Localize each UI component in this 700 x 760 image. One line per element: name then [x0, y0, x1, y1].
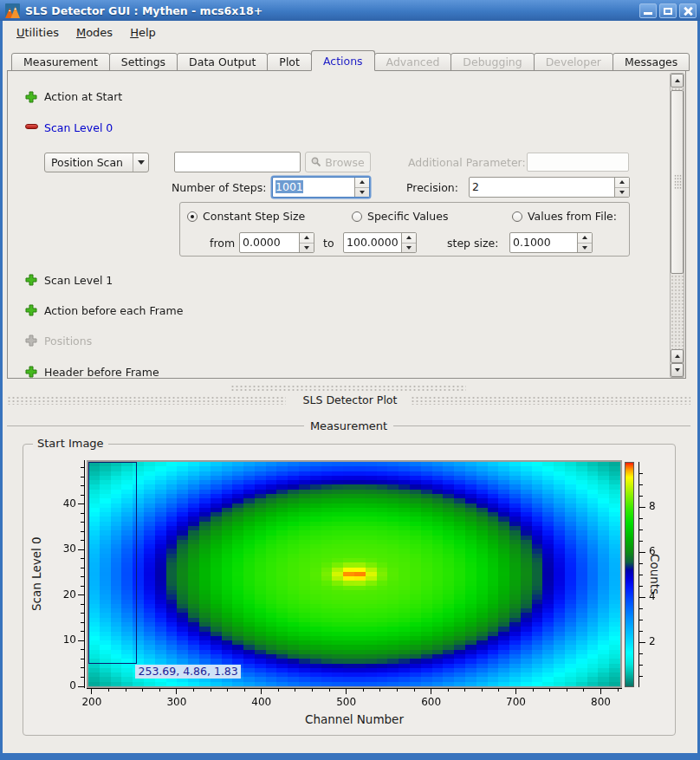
header-before-frame-label[interactable]: Header before Frame [44, 366, 159, 379]
combo-arrow [133, 153, 148, 172]
plus-icon [25, 91, 37, 103]
group-line [7, 425, 304, 426]
heatmap-canvas[interactable] [88, 462, 620, 686]
expand-action-before-frame-button[interactable] [25, 304, 37, 319]
maximize-icon [664, 8, 672, 15]
measurement-group-header: Measurement [7, 419, 690, 432]
additional-parameter-input [527, 153, 629, 172]
menu-help[interactable]: Help [122, 23, 164, 42]
scan-level-1-label[interactable]: Scan Level 1 [44, 274, 113, 287]
arrow-up-icon [406, 236, 412, 239]
scrollbar-thumb[interactable] [671, 90, 684, 274]
tab-messages[interactable]: Messages [612, 53, 690, 71]
scan-mode-value: Position Scan [45, 156, 133, 169]
scroll-up-button-bottom[interactable] [671, 349, 684, 363]
expand-scan-level-1-button[interactable] [25, 274, 37, 289]
spin-down-button[interactable] [615, 188, 629, 198]
arrow-down-icon [360, 191, 365, 194]
radio-values-from-file[interactable]: Values from File: [512, 210, 617, 223]
spin-buttons [354, 178, 369, 197]
number-of-steps-spinbox[interactable]: 1001 [272, 177, 370, 198]
arrow-down-icon [675, 368, 680, 372]
step-definition-group: Constant Step Size Specific Values Value… [179, 202, 630, 257]
precision-spinbox[interactable]: 2 [469, 177, 630, 198]
plus-icon [25, 274, 37, 286]
magnifier-icon [311, 157, 321, 167]
action-at-start-label[interactable]: Action at Start [44, 90, 122, 103]
minimize-button[interactable] [639, 3, 657, 18]
tab-bar: MeasurementSettingsData OutputPlotAction… [12, 50, 690, 71]
tab-debugging: Debugging [450, 53, 534, 71]
minus-icon [25, 124, 38, 129]
collapse-scan-level-0-button[interactable] [25, 119, 38, 132]
radio-icon [352, 211, 362, 222]
precision-label: Precision: [406, 181, 458, 194]
arrow-down-icon [406, 246, 412, 250]
dock-title[interactable]: SLS Detector Plot [0, 393, 700, 406]
close-button[interactable] [679, 3, 697, 18]
tab-data-output[interactable]: Data Output [177, 53, 268, 71]
measurement-group-title: Measurement [304, 419, 393, 432]
menu-modes[interactable]: Modes [68, 23, 120, 42]
expand-action-at-start-button[interactable] [25, 91, 37, 106]
x-axis-backbone [87, 688, 622, 689]
scroll-down-button[interactable] [671, 363, 684, 377]
titlebar[interactable]: SLS Detector GUI : Mythen - mcs6x18+ [0, 0, 700, 21]
expand-positions-button [25, 335, 37, 349]
tab-actions[interactable]: Actions [311, 50, 375, 71]
plus-icon [25, 304, 37, 316]
scan-mode-select[interactable]: Position Scan [44, 153, 149, 172]
arrow-down-icon [304, 246, 309, 250]
arrow-down-icon [582, 246, 587, 250]
plus-icon-disabled [25, 335, 37, 347]
vertical-scrollbar[interactable] [670, 73, 684, 378]
spin-down-button[interactable] [402, 244, 416, 253]
spin-down-button[interactable] [300, 244, 314, 253]
radio-specific-values-label: Specific Values [367, 210, 448, 223]
splitter-handle[interactable] [230, 385, 466, 392]
number-of-steps-label: Number of Steps: [172, 181, 266, 194]
zoom-selection-rect [88, 462, 137, 664]
arrow-up-icon [675, 79, 680, 82]
app-icon [5, 3, 20, 18]
y-axis-backbone [84, 460, 85, 688]
spin-up-button[interactable] [355, 178, 369, 188]
spin-up-button[interactable] [402, 233, 416, 244]
scroll-up-button[interactable] [671, 74, 684, 88]
tab-settings[interactable]: Settings [109, 53, 178, 71]
spin-buttons [614, 178, 629, 197]
actions-tab-panel: Action at Start Scan Level 0 Position Sc… [7, 70, 686, 379]
spin-up-button[interactable] [578, 233, 592, 244]
scan-script-input[interactable] [174, 152, 301, 172]
spin-down-button[interactable] [355, 188, 369, 198]
colorbar [625, 462, 634, 687]
radio-icon [187, 211, 198, 222]
from-label: from [210, 237, 235, 250]
tab-measurement[interactable]: Measurement [11, 53, 110, 71]
from-spinbox[interactable]: 0.0000 [239, 232, 314, 253]
number-of-steps-value: 1001 [275, 180, 303, 193]
arrow-up-icon [619, 180, 625, 184]
window-border-bottom [0, 753, 700, 760]
step-size-spinbox[interactable]: 0.1000 [509, 232, 593, 253]
to-spinbox[interactable]: 100.0000 [343, 232, 417, 253]
spin-up-button[interactable] [615, 178, 629, 188]
spin-up-button[interactable] [300, 233, 314, 244]
menubar: Utilities Modes Help [3, 21, 697, 44]
arrow-up-icon [304, 236, 309, 239]
radio-constant-step-size-label: Constant Step Size [203, 210, 305, 223]
scan-level-0-label[interactable]: Scan Level 0 [44, 121, 113, 134]
radio-constant-step-size[interactable]: Constant Step Size [187, 210, 305, 223]
x-axis-title: Channel Number [88, 712, 620, 726]
browse-button: Browse [305, 152, 371, 172]
action-before-frame-label[interactable]: Action before each Frame [44, 304, 183, 317]
menu-utilities[interactable]: Utilities [9, 23, 67, 42]
expand-header-before-frame-button[interactable] [25, 366, 37, 379]
browse-button-label: Browse [325, 156, 365, 169]
radio-specific-values[interactable]: Specific Values [352, 210, 448, 223]
tab-plot[interactable]: Plot [267, 53, 312, 71]
spin-down-button[interactable] [578, 244, 592, 253]
radio-icon [512, 211, 522, 222]
chevron-down-icon [138, 160, 145, 165]
maximize-button[interactable] [659, 3, 677, 18]
